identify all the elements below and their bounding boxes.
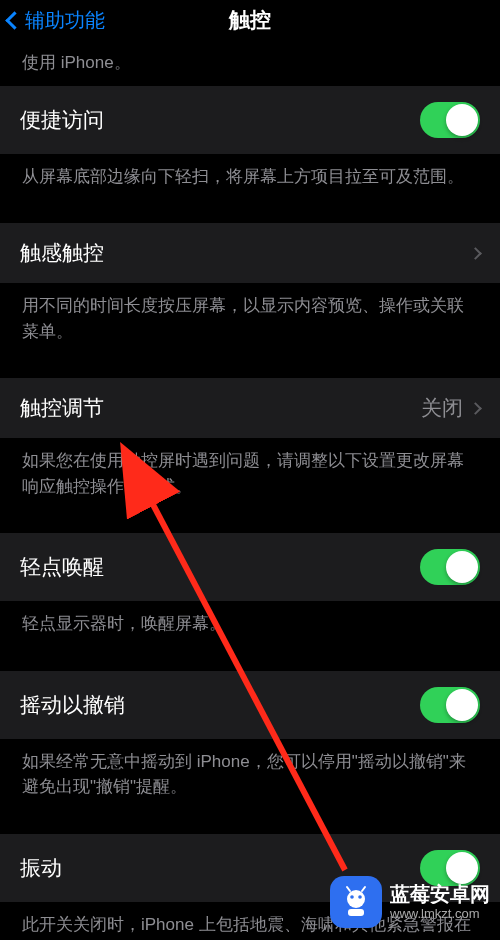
section-footer: 如果经常无意中摇动到 iPhone，您可以停用"摇动以撤销"来避免出现"撤销"提… (0, 739, 500, 810)
toggle-switch[interactable] (420, 549, 480, 585)
chevron-right-icon (469, 402, 482, 415)
toggle-switch[interactable] (420, 687, 480, 723)
page-title: 触控 (229, 6, 271, 34)
watermark-logo-icon (330, 876, 382, 928)
svg-point-3 (350, 895, 354, 899)
row-label: 振动 (20, 854, 62, 882)
row-label: 触感触控 (20, 239, 104, 267)
row-reachability[interactable]: 便捷访问 (0, 86, 500, 154)
section-haptic-touch: 触感触控 用不同的时间长度按压屏幕，以显示内容预览、操作或关联菜单。 (0, 223, 500, 354)
settings-content: 使用 iPhone。 便捷访问 从屏幕底部边缘向下轻扫，将屏幕上方项目拉至可及范… (0, 40, 500, 940)
watermark-name: 蓝莓安卓网 (390, 882, 490, 906)
section-shake-to-undo: 摇动以撤销 如果经常无意中摇动到 iPhone，您可以停用"摇动以撤销"来避免出… (0, 671, 500, 810)
svg-point-4 (358, 895, 362, 899)
row-accessory (471, 249, 480, 258)
svg-rect-5 (348, 909, 364, 916)
svg-line-7 (362, 887, 365, 891)
row-label: 触控调节 (20, 394, 104, 422)
row-tap-to-wake[interactable]: 轻点唤醒 (0, 533, 500, 601)
chevron-left-icon (5, 11, 23, 29)
section-footer: 用不同的时间长度按压屏幕，以显示内容预览、操作或关联菜单。 (0, 283, 500, 354)
svg-line-6 (347, 887, 350, 891)
row-accessory: 关闭 (421, 394, 480, 422)
chevron-right-icon (469, 247, 482, 260)
section-touch-accommodations: 触控调节 关闭 如果您在使用触控屏时遇到问题，请调整以下设置更改屏幕响应触控操作… (0, 378, 500, 509)
row-label: 摇动以撤销 (20, 691, 125, 719)
svg-point-2 (347, 890, 365, 908)
toggle-switch[interactable] (420, 102, 480, 138)
row-label: 便捷访问 (20, 106, 104, 134)
section-footer: 从屏幕底部边缘向下轻扫，将屏幕上方项目拉至可及范围。 (0, 154, 500, 200)
row-shake-to-undo[interactable]: 摇动以撤销 (0, 671, 500, 739)
row-value: 关闭 (421, 394, 463, 422)
watermark-text: 蓝莓安卓网 www.lmkzt.com (390, 882, 490, 922)
row-haptic-touch[interactable]: 触感触控 (0, 223, 500, 283)
row-touch-accommodations[interactable]: 触控调节 关闭 (0, 378, 500, 438)
section-footer-top: 使用 iPhone。 (0, 40, 500, 86)
section-footer: 如果您在使用触控屏时遇到问题，请调整以下设置更改屏幕响应触控操作的方式。 (0, 438, 500, 509)
section-tap-to-wake: 轻点唤醒 轻点显示器时，唤醒屏幕。 (0, 533, 500, 647)
back-button[interactable]: 辅助功能 (8, 7, 105, 34)
watermark: 蓝莓安卓网 www.lmkzt.com (330, 876, 490, 928)
section-reachability: 便捷访问 从屏幕底部边缘向下轻扫，将屏幕上方项目拉至可及范围。 (0, 86, 500, 200)
watermark-url: www.lmkzt.com (390, 906, 490, 922)
section-footer: 轻点显示器时，唤醒屏幕。 (0, 601, 500, 647)
navigation-bar: 辅助功能 触控 (0, 0, 500, 40)
row-label: 轻点唤醒 (20, 553, 104, 581)
back-label: 辅助功能 (25, 7, 105, 34)
